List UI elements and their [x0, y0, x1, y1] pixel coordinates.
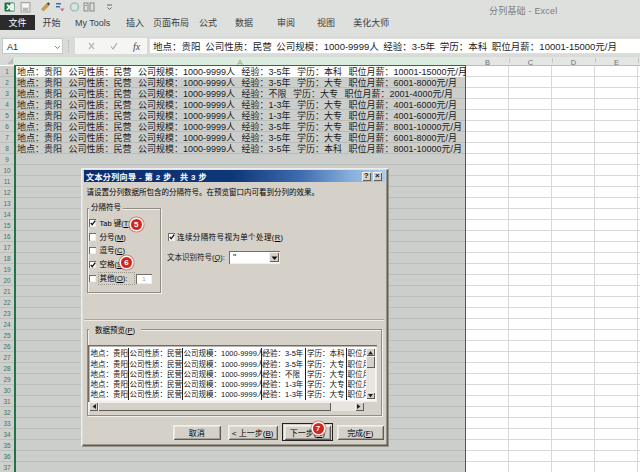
svg-text:fx: fx	[133, 41, 141, 52]
